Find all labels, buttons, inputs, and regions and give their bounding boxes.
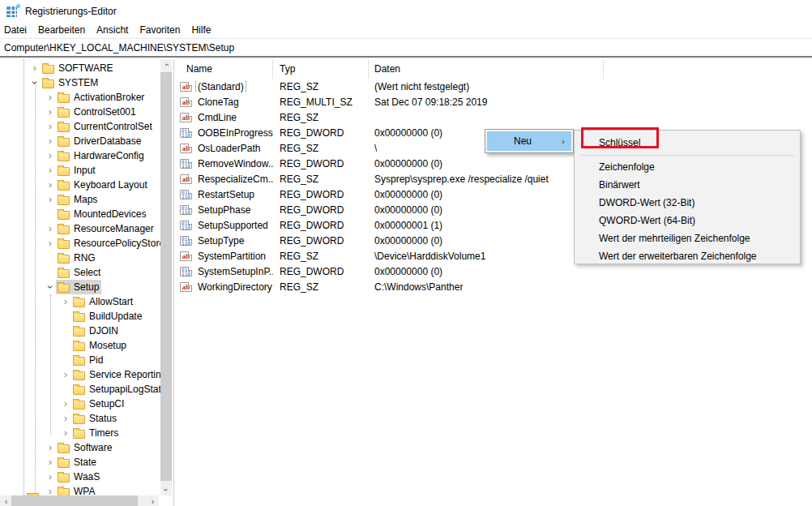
scroll-left-icon[interactable]: ‹: [1, 495, 11, 506]
value-data: 0x00000000 (0): [369, 266, 442, 277]
tree-item-resourcepolicystore[interactable]: ›ResourcePolicyStore: [0, 236, 160, 251]
tree-item-label: ControlSet001: [74, 106, 136, 118]
tree-item-status[interactable]: ›Status: [0, 411, 160, 426]
chevron-right-icon[interactable]: ›: [45, 150, 56, 161]
tree-item-input[interactable]: ›Input: [0, 163, 160, 178]
value-row-standard[interactable]: ab(Standard)REG_SZ(Wert nicht festgelegt…: [177, 79, 812, 94]
value-row-workingdirectory[interactable]: abWorkingDirectoryREG_SZC:\Windows\Panth…: [177, 279, 812, 294]
tree-item-software[interactable]: ›SOFTWARE: [0, 61, 160, 75]
menu-datei[interactable]: Datei: [4, 24, 27, 36]
tree-item-select[interactable]: ›Select: [0, 265, 160, 280]
chevron-right-icon[interactable]: ›: [45, 121, 56, 132]
value-row-clonetag[interactable]: abCloneTagREG_MULTI_SZSat Dec 07 09:18:2…: [177, 94, 812, 109]
menu-bearbeiten[interactable]: Bearbeiten: [38, 24, 85, 36]
tree-vertical-scrollbar[interactable]: › ›: [160, 59, 172, 495]
registry-values-pane[interactable]: NameTypDaten ab(Standard)REG_SZ(Wert nic…: [177, 59, 812, 506]
tree-item-waas[interactable]: ›WaaS: [0, 470, 160, 484]
chevron-right-icon[interactable]: ›: [29, 62, 41, 74]
reg-dword-icon: 011110: [180, 267, 192, 277]
submenu-item-zeichenfolge[interactable]: Zeichenfolge: [575, 158, 800, 176]
tree-item-mounteddevices[interactable]: ›MountedDevices: [0, 207, 160, 221]
submenu-item-dword-wert-32-bit[interactable]: DWORD-Wert (32-Bit): [575, 194, 800, 212]
tree-item-hardwareconfig[interactable]: ›HardwareConfig: [0, 148, 160, 163]
chevron-right-icon[interactable]: ›: [45, 486, 56, 495]
vertical-scroll-thumb[interactable]: [160, 72, 172, 481]
submenu-item-bin-rwert[interactable]: Binärwert: [575, 176, 800, 194]
value-row-cmdline[interactable]: abCmdLineREG_SZ: [177, 109, 812, 125]
submenu-item-qword-wert-64-bit[interactable]: QWORD-Wert (64-Bit): [575, 212, 800, 229]
tree-item-buildupdate[interactable]: ›BuildUpdate: [0, 309, 160, 324]
chevron-right-icon[interactable]: ›: [45, 92, 56, 103]
chevron-right-icon[interactable]: ›: [60, 413, 71, 424]
menu-ansicht[interactable]: Ansicht: [96, 24, 128, 36]
menu-favoriten[interactable]: Favoriten: [139, 24, 180, 36]
reg-dword-icon: 011110: [180, 128, 192, 138]
tree-item-label: ResourcePolicyStore: [74, 238, 160, 249]
tree-item-activationbroker[interactable]: ›ActivationBroker: [0, 90, 160, 105]
menu-hilfe[interactable]: Hilfe: [191, 24, 211, 36]
scroll-up-icon[interactable]: ›: [160, 59, 172, 71]
tree-item-state[interactable]: ›State: [0, 455, 160, 470]
address-bar[interactable]: Computer\HKEY_LOCAL_MACHINE\SYSTEM\Setup: [0, 40, 812, 58]
pane-divider[interactable]: [173, 59, 174, 506]
tree-item-system[interactable]: ›SYSTEM: [0, 75, 160, 90]
tree-item-driverdatabase[interactable]: ›DriverDatabase: [0, 134, 160, 148]
tree-item-djoin[interactable]: ›DJOIN: [0, 324, 160, 338]
tree-item-mosetup[interactable]: ›Mosetup: [0, 338, 160, 353]
tree-item-maps[interactable]: ›Maps: [0, 192, 160, 207]
tree-item-wpa[interactable]: ›WPA: [0, 484, 160, 495]
tree-item-currentcontrolset[interactable]: ›CurrentControlSet: [0, 119, 160, 134]
tree-item-resourcemanager[interactable]: ›ResourceManager: [0, 221, 160, 236]
list-header: NameTypDaten: [177, 59, 812, 79]
chevron-right-icon[interactable]: ›: [60, 398, 71, 410]
reg-dword-icon: 011110: [180, 190, 192, 199]
tree-item-allowstart[interactable]: ›AllowStart: [0, 294, 160, 309]
scroll-down-icon[interactable]: ›: [160, 484, 172, 495]
column-header-name[interactable]: Name: [177, 59, 273, 79]
chevron-right-icon[interactable]: ›: [45, 194, 56, 205]
tree-item-setupci[interactable]: ›SetupCI: [0, 397, 160, 411]
chevron-down-icon[interactable]: ›: [29, 77, 41, 88]
column-header-daten[interactable]: Daten: [369, 59, 604, 79]
tree-item-rng[interactable]: ›RNG: [0, 251, 160, 265]
chevron-right-icon[interactable]: ›: [60, 369, 71, 380]
tree-item-service-reporting[interactable]: ›Service Reporting: [0, 367, 160, 382]
tree-item-software[interactable]: ›Software: [0, 440, 160, 455]
chevron-right-icon[interactable]: ›: [45, 442, 56, 453]
chevron-right-icon[interactable]: ›: [60, 296, 71, 307]
chevron-right-icon[interactable]: ›: [45, 238, 56, 249]
tree-item-timers[interactable]: ›Timers: [0, 426, 160, 440]
tree-item-keyboard-layout[interactable]: ›Keyboard Layout: [0, 178, 160, 192]
submenu-item-wert-der-mehrteiligen-zeichenfolge[interactable]: Wert der mehrteiligen Zeichenfolge: [575, 229, 800, 247]
chevron-right-icon[interactable]: ›: [45, 457, 56, 468]
chevron-right-icon[interactable]: ›: [45, 135, 56, 147]
tree-item-controlset001[interactable]: ›ControlSet001: [0, 105, 160, 119]
column-header-typ[interactable]: Typ: [273, 59, 369, 79]
tree-item-setupapilogstatu[interactable]: ›SetupapiLogStatu: [0, 382, 160, 397]
value-type: REG_DWORD: [273, 220, 369, 231]
chevron-right-icon[interactable]: ›: [60, 427, 71, 439]
chevron-right-icon[interactable]: ›: [45, 471, 56, 482]
registry-tree-pane[interactable]: ›SOFTWARE›SYSTEM›ActivationBroker›Contro…: [0, 59, 160, 495]
folder-icon: [58, 167, 70, 176]
submenu-item-wert-der-erweiterbaren-zeichenfolge[interactable]: Wert der erweiterbaren Zeichenfolge: [575, 247, 800, 265]
chevron-down-icon[interactable]: ›: [45, 281, 56, 293]
value-name: OsLoaderPath: [196, 143, 262, 154]
horizontal-scroll-thumb[interactable]: [11, 495, 138, 506]
submenu-item-schl-ssel[interactable]: Schlüssel: [575, 133, 800, 152]
tree-horizontal-scrollbar[interactable]: ‹ ›: [0, 495, 159, 506]
chevron-right-icon[interactable]: ›: [45, 223, 56, 234]
chevron-right-icon[interactable]: ›: [45, 165, 56, 176]
tree-item-pid[interactable]: ›Pid: [0, 353, 160, 367]
folder-icon: [73, 371, 85, 380]
value-data: Sysprep\sysprep.exe /respecialize /quiet: [369, 174, 549, 185]
value-name: SetupSupported: [196, 220, 270, 231]
value-data: (Wert nicht festgelegt): [369, 81, 469, 92]
scroll-right-icon[interactable]: ›: [147, 495, 158, 506]
reg-dword-icon: 011110: [180, 236, 192, 246]
chevron-right-icon[interactable]: ›: [45, 179, 56, 191]
context-menu-item-neu[interactable]: Neu ›: [487, 131, 571, 151]
chevron-right-icon[interactable]: ›: [45, 106, 56, 118]
tree-item-setup[interactable]: ›Setup: [0, 280, 160, 294]
value-row-systemsetupinp[interactable]: 011110SystemSetupInP...REG_DWORD0x000000…: [177, 264, 812, 279]
